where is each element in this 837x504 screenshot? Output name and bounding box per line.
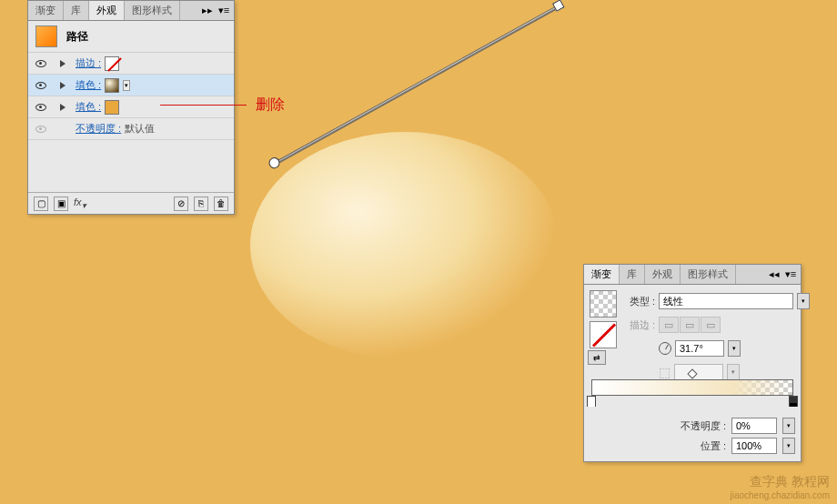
collapse-icon[interactable]: ▸▸	[201, 5, 214, 17]
tab-library[interactable]: 库	[64, 1, 89, 20]
appearance-footer: ▢ ▣ fx▾ ⊘ ⎘ 🗑	[28, 192, 234, 214]
fill-row-1[interactable]: 填色 : ▾	[28, 75, 234, 96]
object-type-label: 路径	[66, 29, 88, 45]
reverse-gradient-icon[interactable]: ⇄	[588, 350, 606, 365]
opacity-row[interactable]: 不透明度 : 默认值	[28, 118, 234, 140]
tab-gradient[interactable]: 渐变	[584, 265, 620, 284]
gradient-stop-start[interactable]	[587, 396, 596, 407]
fill-swatch-solid[interactable]	[105, 100, 119, 115]
angle-input[interactable]	[675, 340, 724, 357]
tab-gradient[interactable]: 渐变	[28, 1, 64, 20]
tab-library[interactable]: 库	[620, 265, 645, 284]
type-label: 类型 :	[624, 295, 655, 308]
panel-tabs: 渐变 库 外观 图形样式 ▸▸ ▾≡	[28, 1, 234, 21]
menu-icon[interactable]: ▾≡	[784, 268, 797, 281]
aspect-input	[674, 364, 723, 380]
gradient-stop-end[interactable]	[789, 396, 798, 407]
angle-dropdown-icon[interactable]: ▾	[728, 340, 741, 357]
appearance-panel: 渐变 库 外观 图形样式 ▸▸ ▾≡ 路径 描边 : 填色 : ▾	[27, 0, 235, 215]
delete-annotation: 删除	[256, 96, 285, 115]
panel-tabs: 渐变 库 外观 图形样式 ◂◂ ▾≡	[584, 265, 801, 285]
fx-button[interactable]: fx▾	[74, 197, 86, 210]
expand-icon[interactable]	[60, 82, 66, 89]
visibility-icon[interactable]	[35, 82, 46, 89]
trash-icon[interactable]: 🗑	[214, 197, 228, 211]
gradient-panel: 渐变 库 外观 图形样式 ◂◂ ▾≡ 类型 : ▾ 描边 :	[583, 264, 802, 462]
expand-icon[interactable]	[60, 60, 66, 67]
visibility-icon[interactable]	[35, 60, 46, 67]
stroke-within-icon: ▭	[659, 317, 679, 333]
fill-label[interactable]: 填色 :	[76, 78, 101, 92]
new-stroke-icon[interactable]: ▢	[34, 197, 48, 211]
opacity-label[interactable]: 不透明度 :	[76, 122, 121, 136]
stroke-swatch-none[interactable]	[105, 56, 119, 71]
new-fill-icon[interactable]: ▣	[54, 197, 68, 211]
stroke-row[interactable]: 描边 :	[28, 53, 234, 75]
collapse-icon[interactable]: ◂◂	[768, 268, 781, 281]
gradient-ramp[interactable]	[591, 379, 793, 396]
annotation-text: 删除	[256, 96, 285, 115]
appearance-header: 路径	[28, 21, 234, 53]
stop-opacity-input[interactable]	[731, 418, 777, 434]
type-dropdown-icon[interactable]: ▾	[797, 293, 810, 309]
stroke-along-icon: ▭	[680, 317, 700, 333]
stop-opacity-label: 不透明度 :	[681, 419, 726, 433]
position-dropdown-icon[interactable]: ▾	[782, 438, 795, 454]
type-select[interactable]	[659, 293, 793, 309]
object-thumbnail	[35, 25, 57, 47]
visibility-icon[interactable]	[35, 104, 46, 111]
gradient-fill-swatch[interactable]	[590, 290, 617, 318]
swatch-dropdown-icon[interactable]: ▾	[123, 80, 130, 91]
fill-swatch-gradient[interactable]	[105, 78, 119, 93]
fill-row-2[interactable]: 填色 :	[28, 96, 234, 118]
stroke-across-icon: ▭	[701, 317, 721, 333]
tab-graphic-styles[interactable]: 图形样式	[681, 265, 736, 284]
visibility-icon[interactable]	[35, 126, 46, 133]
opacity-value: 默认值	[125, 122, 155, 136]
fill-label[interactable]: 填色 :	[76, 100, 101, 114]
watermark: 查字典 教程网 jiaocheng.chazidian.com	[730, 474, 830, 500]
aspect-ratio-icon: ⬚	[659, 365, 671, 379]
stop-position-input[interactable]	[731, 438, 777, 454]
menu-icon[interactable]: ▾≡	[217, 5, 230, 17]
tab-appearance[interactable]: 外观	[89, 1, 125, 20]
tab-appearance[interactable]: 外观	[645, 265, 681, 284]
stroke-label[interactable]: 描边 :	[76, 56, 101, 70]
aspect-dropdown-icon: ▾	[727, 364, 740, 380]
opacity-dropdown-icon[interactable]: ▾	[782, 418, 795, 434]
angle-icon	[659, 342, 671, 355]
stroke-type-label: 描边 :	[624, 318, 655, 332]
watermark-sub: jiaocheng.chazidian.com	[730, 490, 830, 500]
tab-graphic-styles[interactable]: 图形样式	[125, 1, 180, 20]
clear-icon[interactable]: ⊘	[174, 197, 188, 211]
watermark-main: 查字典 教程网	[750, 474, 830, 489]
annotation-line	[160, 105, 247, 106]
canvas-gradient-ellipse	[250, 132, 560, 359]
expand-icon[interactable]	[60, 104, 66, 111]
gradient-none-swatch[interactable]	[590, 321, 617, 348]
duplicate-icon[interactable]: ⎘	[194, 197, 208, 211]
stop-position-label: 位置 :	[701, 439, 726, 453]
